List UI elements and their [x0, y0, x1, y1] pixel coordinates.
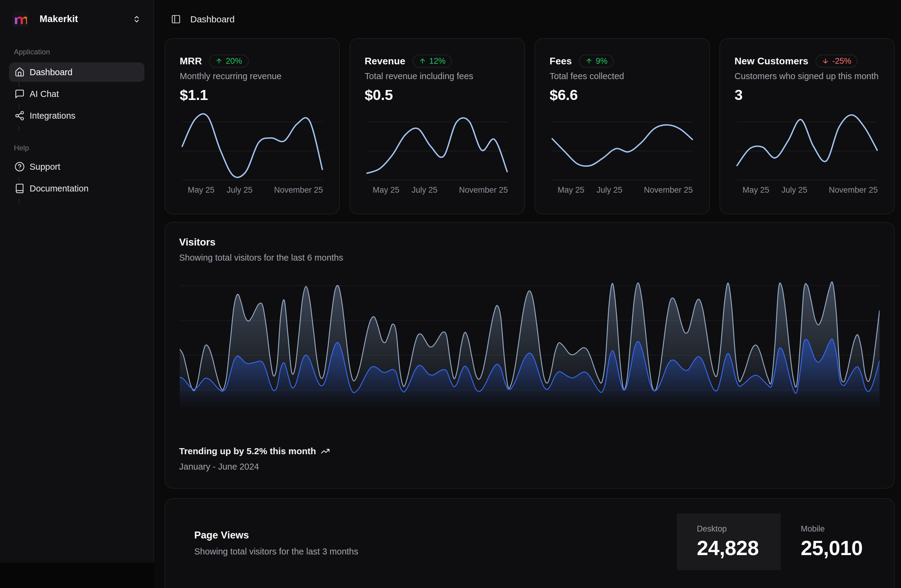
sparkline-chart [737, 103, 877, 182]
trend-badge: 9% [579, 55, 614, 68]
sidebar-item-integrations[interactable]: Integrations [9, 106, 144, 125]
help-circle-icon [14, 162, 25, 172]
x-axis-labels: May 25 July 25 November 25 [552, 186, 692, 196]
trend-badge: 12% [413, 55, 452, 68]
stat-card-title: MRR [180, 56, 202, 67]
message-square-icon [14, 89, 25, 99]
sidebar-item-label: Integrations [30, 111, 75, 121]
menu-tick [19, 199, 19, 203]
home-icon [14, 67, 25, 77]
sidebar-item-support[interactable]: Support [9, 157, 144, 176]
stat-label: Desktop [697, 524, 781, 533]
stat-value: 24,828 [697, 536, 781, 560]
stat-card-title: Fees [550, 56, 572, 67]
stat-card-mrr: MRR 20% Monthly recurring revenue $1.1 M… [165, 38, 340, 214]
trending-up-icon [321, 447, 330, 456]
sidebar-group-label-help: Help [14, 144, 29, 152]
sparkline-chart [552, 103, 692, 182]
arrow-up-icon [419, 58, 426, 65]
stat-card-subtitle: Customers who signed up this month [734, 71, 879, 81]
stat-card-value: $0.5 [365, 86, 393, 103]
sidebar-header[interactable]: Makerkit [12, 10, 141, 28]
x-axis-labels: May 25 July 25 November 25 [367, 186, 507, 196]
sparkline-chart [182, 103, 322, 182]
menu-tick [19, 126, 19, 131]
panel-left-icon[interactable] [171, 14, 181, 24]
stat-card-value: 3 [734, 86, 743, 103]
stat-toggle-mobile[interactable]: Mobile 25,010 [781, 513, 881, 570]
page-views-title: Page Views [194, 529, 249, 541]
brand-name: Makerkit [40, 14, 132, 25]
visitors-trend: Trending up by 5.2% this month [179, 446, 330, 456]
sidebar: Makerkit Application Dashboard AI Chat I… [0, 0, 154, 563]
stat-card-fees: Fees 9% Total fees collected $6.6 May 25… [535, 38, 710, 214]
stat-card-new-customers: New Customers -25% Customers who signed … [719, 38, 895, 214]
stat-label: Mobile [801, 524, 881, 533]
book-icon [14, 183, 25, 193]
arrow-up-icon [585, 58, 592, 65]
stat-value: 25,010 [801, 536, 881, 560]
arrow-up-icon [215, 58, 223, 65]
visitors-range: January - June 2024 [179, 462, 259, 472]
page-views-stats: Desktop 24,828 Mobile 25,010 [677, 513, 881, 570]
sidebar-item-documentation[interactable]: Documentation [9, 179, 144, 198]
sidebar-item-dashboard[interactable]: Dashboard [9, 62, 144, 82]
stat-card-value: $1.1 [180, 86, 208, 103]
visitors-panel: Visitors Showing total visitors for the … [165, 222, 895, 489]
sidebar-item-label: Support [30, 162, 61, 172]
trend-badge: -25% [815, 55, 857, 68]
sidebar-group-label-application: Application [14, 48, 50, 56]
stat-card-subtitle: Monthly recurring revenue [180, 71, 282, 81]
page-views-subtitle: Showing total visitors for the last 3 mo… [194, 547, 358, 557]
sidebar-item-label: Documentation [30, 184, 89, 193]
sparkline-chart [367, 103, 507, 182]
visitors-title: Visitors [179, 237, 215, 248]
stat-cards-row: MRR 20% Monthly recurring revenue $1.1 M… [165, 38, 895, 214]
stat-card-subtitle: Total revenue including fees [365, 71, 473, 81]
main-content: Dashboard MRR 20% Monthly recurring reve… [154, 0, 901, 588]
x-axis-labels: May 25 July 25 November 25 [737, 186, 877, 196]
stat-card-title: Revenue [365, 56, 405, 67]
sidebar-item-label: AI Chat [30, 89, 59, 99]
visitors-area-chart [180, 278, 879, 414]
makerkit-m-icon [14, 12, 27, 26]
makerkit-logo [12, 11, 28, 27]
page-title: Dashboard [190, 14, 235, 25]
sidebar-menu-help: Support Documentation [9, 157, 144, 201]
sidebar-item-ai-chat[interactable]: AI Chat [9, 84, 144, 104]
sidebar-item-label: Dashboard [30, 67, 72, 77]
stat-toggle-desktop[interactable]: Desktop 24,828 [677, 513, 781, 570]
stat-card-subtitle: Total fees collected [550, 71, 624, 81]
sidebar-menu-application: Dashboard AI Chat Integrations [9, 62, 144, 128]
stat-card-revenue: Revenue 12% Total revenue including fees… [349, 38, 525, 214]
stat-card-title: New Customers [734, 56, 808, 67]
visitors-subtitle: Showing total visitors for the last 6 mo… [179, 253, 343, 263]
x-axis-labels: May 25 July 25 November 25 [182, 186, 322, 196]
page-views-panel: Page Views Showing total visitors for th… [165, 498, 895, 588]
share-icon [14, 111, 25, 121]
trend-badge: 20% [209, 55, 248, 68]
stat-card-value: $6.6 [550, 86, 578, 103]
chevrons-up-down-icon[interactable] [132, 15, 141, 23]
arrow-down-icon [822, 58, 829, 65]
